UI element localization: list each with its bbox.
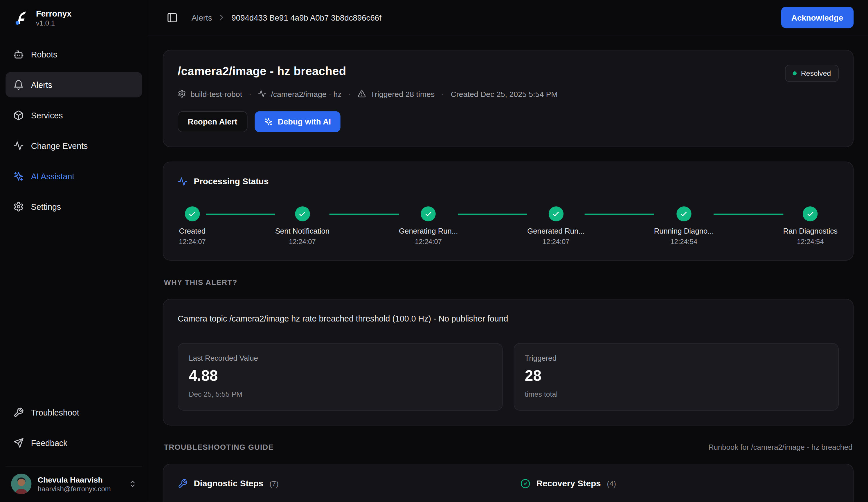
- timeline-step-time: 12:24:07: [415, 238, 442, 246]
- main-content: /camera2/image - hz breached Resolved bu…: [148, 35, 868, 502]
- check-circle-icon: [185, 206, 200, 221]
- topbar: Alerts 9094d433 Be91 4a9b A0b7 3b8dc896c…: [148, 0, 868, 35]
- timeline-step-time: 12:24:07: [542, 238, 570, 246]
- alert-meta-triggered-label: Triggered 28 times: [370, 90, 435, 98]
- stat-label: Triggered: [525, 354, 828, 363]
- status-badge: Resolved: [785, 65, 839, 82]
- user-name: Chevula Haarvish: [38, 475, 111, 484]
- robot-icon: [13, 49, 24, 60]
- user-menu[interactable]: Chevula Haarvish haarvish@ferronyx.com: [6, 466, 142, 502]
- chevron-right-icon: [218, 13, 226, 22]
- breadcrumb-current: 9094d433 Be91 4a9b A0b7 3b8dc896c66f: [231, 13, 381, 22]
- timeline-step-label: Sent Notification: [275, 227, 330, 235]
- sidebar-item-label: AI Assistant: [31, 171, 74, 180]
- brand: Ferronyx v1.0.1: [0, 0, 148, 33]
- sidebar-item-label: Troubleshoot: [31, 407, 79, 417]
- sidebar-item-feedback[interactable]: Feedback: [6, 430, 142, 456]
- sidebar-item-ai-assistant[interactable]: AI Assistant: [6, 163, 142, 189]
- breadcrumb: Alerts 9094d433 Be91 4a9b A0b7 3b8dc896c…: [192, 13, 381, 22]
- acknowledge-button[interactable]: Acknowledge: [781, 7, 854, 28]
- alert-meta-robot-label: build-test-robot: [190, 90, 242, 98]
- check-circle-icon: [676, 206, 691, 221]
- main-pane: Alerts 9094d433 Be91 4a9b A0b7 3b8dc896c…: [148, 0, 868, 502]
- sidebar-item-change-events[interactable]: Change Events: [6, 133, 142, 158]
- check-circle-icon: [803, 206, 818, 221]
- stat-sub: times total: [525, 390, 828, 398]
- sidebar-item-label: Alerts: [31, 80, 52, 90]
- alert-meta-created-label: Created Dec 25, 2025 5:54 PM: [451, 90, 558, 98]
- timeline-step: Running Diagno... 12:24:54: [654, 206, 714, 245]
- sidebar-item-troubleshoot[interactable]: Troubleshoot: [6, 400, 142, 425]
- timeline-step: Generated Run... 12:24:07: [527, 206, 585, 245]
- timeline-step: Created 12:24:07: [179, 206, 206, 245]
- sidebar-item-label: Change Events: [31, 141, 88, 150]
- recovery-steps-count: (4): [607, 479, 616, 488]
- alert-meta-triggered: Triggered 28 times: [358, 90, 435, 98]
- timeline-step: Generating Run... 12:24:07: [399, 206, 458, 245]
- stat-triggered: Triggered 28 times total: [514, 343, 839, 411]
- user-email: haarvish@ferronyx.com: [38, 485, 111, 493]
- processing-status-header: Processing Status: [178, 176, 839, 186]
- sidebar-item-settings[interactable]: Settings: [6, 194, 142, 219]
- timeline-step-time: 12:24:54: [670, 238, 697, 246]
- reopen-alert-button[interactable]: Reopen Alert: [178, 111, 247, 132]
- pulse-icon: [178, 176, 187, 186]
- alert-stats: Last Recorded Value 4.88 Dec 25, 5:55 PM…: [178, 343, 839, 411]
- check-circle-icon: [421, 206, 436, 221]
- avatar: [11, 473, 32, 494]
- debug-with-ai-label: Debug with AI: [278, 117, 331, 126]
- processing-timeline: Created 12:24:07 Sent Notification 12:24…: [178, 206, 839, 245]
- alert-title: /camera2/image - hz breached: [178, 65, 346, 78]
- meta-separator: [249, 89, 252, 98]
- timeline-connector: [585, 213, 654, 215]
- troubleshooting-card: Diagnostic Steps (7) 1 Check if camera t…: [163, 464, 854, 502]
- stat-label: Last Recorded Value: [189, 354, 492, 363]
- status-dot-icon: [793, 71, 796, 75]
- timeline-step-label: Generated Run...: [527, 227, 585, 235]
- timeline-step: Ran Diagnostics 12:24:54: [783, 206, 838, 245]
- breadcrumb-alerts-link[interactable]: Alerts: [192, 13, 212, 22]
- bell-icon: [13, 80, 24, 90]
- timeline-step-label: Generating Run...: [399, 227, 458, 235]
- panel-left-icon: [167, 12, 178, 23]
- ferronyx-logo-icon: [11, 8, 30, 27]
- sidebar-item-robots[interactable]: Robots: [6, 42, 142, 67]
- sidebar-item-label: Feedback: [31, 438, 68, 447]
- app-version: v1.0.1: [36, 19, 71, 27]
- stat-sub: Dec 25, 5:55 PM: [189, 390, 492, 398]
- send-icon: [13, 437, 24, 448]
- recovery-steps-column: Recovery Steps (4) 1 Fix video device pe…: [520, 479, 839, 502]
- alert-meta-robot: build-test-robot: [178, 90, 242, 98]
- processing-status-card: Processing Status Created 12:24:07 Sent …: [163, 161, 854, 261]
- recovery-steps-title: Recovery Steps: [537, 479, 601, 489]
- timeline-connector: [330, 213, 399, 215]
- package-icon: [13, 110, 24, 121]
- gear-icon: [178, 90, 186, 98]
- chevrons-up-down-icon: [128, 480, 137, 488]
- sidebar-toggle-button[interactable]: [163, 8, 182, 27]
- diagnostic-steps-column: Diagnostic Steps (7) 1 Check if camera t…: [178, 479, 496, 502]
- stat-value: 28: [525, 367, 828, 385]
- alert-header-card: /camera2/image - hz breached Resolved bu…: [163, 50, 854, 147]
- sidebar-item-label: Services: [31, 110, 63, 119]
- sidebar-nav: Robots Alerts Services Change Events: [0, 33, 148, 219]
- recovery-steps-header: Recovery Steps (4): [520, 479, 839, 489]
- alert-meta-topic-label: /camera2/image - hz: [271, 90, 341, 98]
- wrench-icon: [13, 407, 24, 418]
- user-info: Chevula Haarvish haarvish@ferronyx.com: [38, 475, 111, 493]
- sidebar-item-services[interactable]: Services: [6, 102, 142, 128]
- diagnostic-steps-title: Diagnostic Steps: [194, 479, 263, 489]
- triangle-alert-icon: [358, 90, 366, 98]
- debug-with-ai-button[interactable]: Debug with AI: [255, 111, 341, 132]
- stat-last-recorded: Last Recorded Value 4.88 Dec 25, 5:55 PM: [178, 343, 503, 411]
- status-badge-label: Resolved: [801, 69, 831, 77]
- sidebar-item-alerts[interactable]: Alerts: [6, 72, 142, 97]
- activity-icon: [13, 140, 24, 150]
- circle-check-icon: [520, 479, 530, 489]
- wrench-icon: [178, 479, 187, 489]
- timeline-connector: [714, 213, 783, 215]
- timeline-connector: [206, 213, 275, 215]
- sidebar-footer: Troubleshoot Feedback Chevula Haarvish h…: [0, 400, 148, 502]
- check-circle-icon: [548, 206, 563, 221]
- app-name: Ferronyx: [36, 9, 71, 18]
